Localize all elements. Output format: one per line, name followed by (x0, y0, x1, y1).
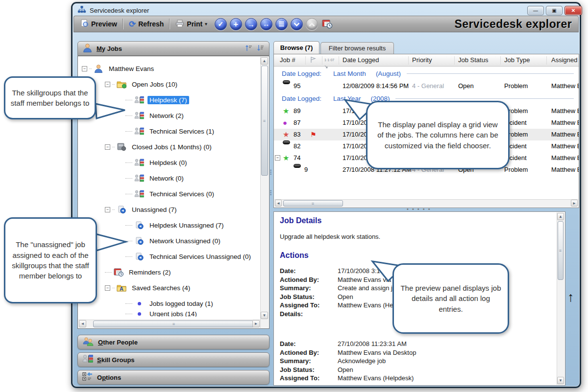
flag-column-icon[interactable] (310, 56, 317, 65)
group-row[interactable]: Date Logged:Last Month(August) (274, 67, 579, 80)
details-vertical-scrollbar[interactable]: ▲ ≡ ▼ (557, 212, 564, 385)
my-jobs-header[interactable]: My Jobs (77, 41, 270, 56)
tree-item-label: Closed Jobs (1 Months) (0) (130, 143, 214, 151)
tree-expander-icon[interactable]: − (105, 144, 110, 150)
tree-connector (112, 209, 115, 210)
accordion-skill-groups[interactable]: Skill Groups (77, 352, 270, 367)
close-button[interactable]: ✕ (564, 6, 582, 15)
column-header-date-logged[interactable]: Date Logged (343, 56, 379, 64)
skillgroup-icon (133, 158, 145, 167)
accordion-other-people[interactable]: Other People (77, 335, 270, 349)
tree-item-open-jobs-10[interactable]: −Open Jobs (10) (78, 76, 260, 92)
column-header-job-[interactable]: Job # (280, 56, 295, 64)
tree-item-label: Network Unassigned (0) (147, 237, 222, 245)
tree-item-label: Network (2) (147, 112, 186, 120)
tree-item-saved-searches-4[interactable]: −ASaved Searches (4) (78, 280, 260, 296)
vertical-splitter[interactable]: ••• (270, 190, 271, 196)
scroll-up-button[interactable] (306, 18, 318, 30)
tree-vertical-scrollbar[interactable]: ▲ ≡ ▼ (260, 57, 269, 328)
tab-filter-browse-results[interactable]: Filter browse results (320, 42, 394, 54)
action-field-label: Summary: (280, 357, 338, 366)
group-rule (395, 98, 574, 99)
horizontal-splitter[interactable]: • • • • • (407, 206, 431, 212)
minimize-button[interactable]: — (527, 6, 544, 15)
unassigned-icon (133, 252, 145, 261)
job-row[interactable]: 9512/08/2009 8:14:56 PM4 - GeneralOpenPr… (274, 80, 579, 92)
tree-item-technical-services-1[interactable]: Technical Services (1) (78, 123, 260, 139)
tab-browse[interactable]: Browse (7) (273, 41, 319, 54)
column-header-assigned[interactable]: Assigned (551, 56, 577, 64)
scrollbar-thumb[interactable]: ≡ (93, 321, 255, 327)
tree-item-matthew-evans[interactable]: −Matthew Evans (78, 61, 260, 76)
print-button[interactable]: Print ▾ (173, 19, 209, 30)
closed-jobs-icon (116, 142, 127, 152)
tree-item-closed-jobs-1-months-0[interactable]: −Closed Jobs (1 Months) (0) (78, 139, 260, 155)
job-number: 74 (294, 152, 300, 164)
callout-display-panel: The display panel display a grid view of… (366, 101, 510, 169)
scroll-right-arrow[interactable]: ► (252, 320, 260, 327)
column-header-job-type[interactable]: Job Type (504, 56, 530, 64)
scroll-down-button[interactable] (291, 18, 303, 30)
action-log-entry: Date:27/10/2008 11:23:31 AMActioned By:M… (280, 340, 554, 383)
print-dropdown-caret[interactable]: ▾ (205, 22, 207, 26)
job-description: Upgrade all helpdesk work stations. (280, 233, 554, 240)
tree-item-helpdesk-0[interactable]: Helpdesk (0) (78, 155, 260, 170)
forward-button[interactable]: → (245, 18, 257, 30)
reminder-calendar-button[interactable] (321, 18, 333, 30)
scroll-left-arrow[interactable]: ◄ (79, 320, 86, 327)
refresh-button[interactable]: ⟳ Refresh (127, 18, 166, 30)
action-field-label: Actioned By: (280, 348, 338, 357)
tree-connector (125, 131, 132, 132)
action-field-label: Date: (280, 267, 338, 276)
tree-item-network-0[interactable]: Network (0) (78, 170, 260, 186)
column-separator (322, 56, 322, 65)
person-icon (93, 64, 104, 73)
preview-button[interactable]: Preview (78, 18, 119, 30)
scrollbar-thumb[interactable]: ≡ (261, 66, 268, 176)
tree-item-unassigned-7[interactable]: −Unassigned (7) (78, 202, 260, 217)
row-expander-icon[interactable]: − (275, 155, 280, 161)
action-field-label: Assigned To: (280, 374, 338, 383)
saved-searches-icon: A (116, 283, 127, 293)
scrollbar-thumb[interactable]: ≡ (283, 200, 343, 207)
maximize-button[interactable]: ▣ (546, 6, 563, 15)
vertical-splitter[interactable]: ••• (270, 169, 271, 175)
sort-descending-icon[interactable] (257, 45, 265, 53)
scroll-left-arrow[interactable]: ◄ (275, 200, 282, 207)
expand-horizontal-button[interactable]: ↔ (260, 18, 272, 30)
list-view-button[interactable] (275, 18, 288, 30)
scroll-up-arrow[interactable]: ▲ (557, 213, 564, 220)
job-assigned: Matthew Evans (551, 80, 579, 92)
unassigned-icon (133, 236, 145, 246)
tree-horizontal-scrollbar[interactable]: ◄ ≡ ► (78, 320, 260, 328)
column-header-job-status[interactable]: Job Status (458, 56, 488, 64)
tree-expander-icon[interactable]: − (105, 82, 110, 87)
group-field-label: Date Logged: (282, 95, 321, 102)
group-value: Last Month (333, 70, 366, 77)
callout-tail (95, 101, 129, 121)
column-header-priority[interactable]: Priority (412, 56, 432, 64)
tree-expander-icon[interactable]: − (105, 207, 110, 212)
tree-item-technical-services-0[interactable]: Technical Services (0) (78, 186, 260, 202)
brand-title: Servicedesk explorer (455, 18, 574, 31)
tree-item-urgent-jobs-14[interactable]: Urgent jobs (14) (78, 311, 260, 317)
add-job-button[interactable]: + (230, 18, 242, 30)
tree-item-jobs-logged-today-1[interactable]: Jobs logged today (1) (78, 296, 260, 311)
complete-job-button[interactable]: ✓ (215, 18, 227, 30)
skill-groups-icon (82, 354, 93, 365)
tree-expander-icon[interactable]: − (82, 66, 87, 71)
sort-ascending-icon[interactable] (245, 45, 253, 53)
scroll-up-arrow[interactable]: ▲ (261, 57, 268, 65)
tree-connector (125, 194, 132, 194)
tree-item-label: Technical Services (0) (147, 190, 216, 198)
scrollbar-thumb[interactable]: ≡ (558, 221, 564, 280)
tree-item-reminders-2[interactable]: Reminders (2) (78, 264, 260, 280)
accordion-options[interactable]: Options (77, 370, 270, 385)
scroll-down-arrow[interactable]: ▼ (261, 312, 268, 319)
job-type: Problem (504, 80, 528, 92)
scroll-right-arrow[interactable]: ► (571, 200, 578, 207)
grid-header: Job #Date LoggedPriorityJob StatusJob Ty… (274, 54, 579, 67)
print-icon (175, 20, 184, 29)
tree-expander-icon[interactable]: − (105, 285, 110, 291)
scroll-down-arrow[interactable]: ▼ (557, 377, 564, 384)
